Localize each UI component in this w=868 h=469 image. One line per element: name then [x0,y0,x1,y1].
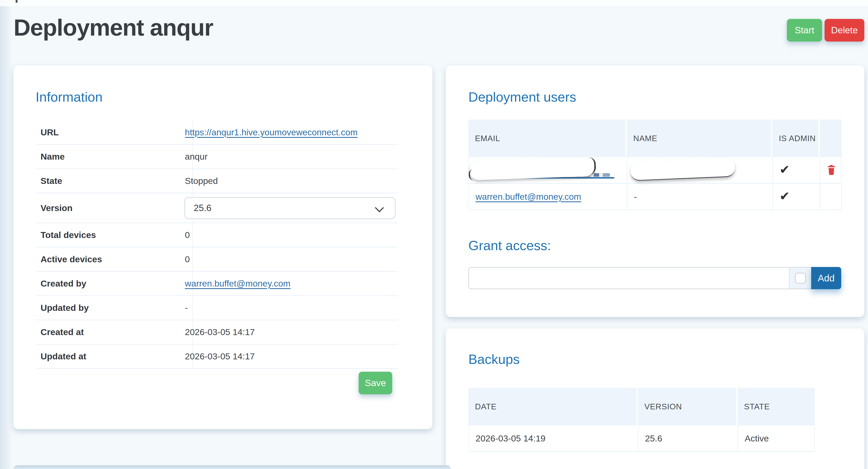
scribble-edge-stroke [587,157,596,175]
info-value-name: anqur [179,152,208,162]
cursor-artifact [16,0,18,3]
check-icon: ✔ [779,190,790,202]
users-table-header: EMAIL NAME IS ADMIN [468,120,842,157]
user-email-link[interactable]: warren.buffet@money.com [475,192,581,202]
grant-access-input-group: Add [468,267,841,289]
backups-card: Backups DATE VERSION STATE 2026-03-05 14… [446,329,864,469]
backup-date-cell: 2026-03-05 14:19 [469,425,639,451]
backups-table-row: 2026-03-05 14:19 25.6 Active [469,425,814,452]
users-table-row-redacted: ✔ [469,157,841,184]
backups-header-date: DATE [468,388,638,425]
grant-checkbox-segment [789,267,811,289]
users-header-actions [819,120,842,157]
info-label-total-devices: Total devices [36,230,179,240]
information-card: Information URL https://anqur1.hive.youm… [13,65,432,429]
grant-access-heading: Grant access: [468,238,551,253]
user-email-cell-redacted [469,157,627,183]
info-value-created-at: 2026-03-05 14:17 [179,327,255,337]
save-button[interactable]: Save [359,372,392,394]
deployment-users-card: Deployment users EMAIL NAME IS ADMIN [446,65,864,317]
chevron-down-icon [375,203,384,212]
users-table: EMAIL NAME IS ADMIN ✔ [468,120,842,210]
info-row-active-devices: Active devices 0 [36,247,398,272]
backups-heading: Backups [468,351,520,367]
name-redaction-scribble [630,157,735,181]
trash-icon [827,164,836,176]
page-title: Deployment anqur [13,14,213,41]
info-label-url: URL [36,127,179,137]
backup-state-cell: Active [738,425,815,451]
info-label-updated-by: Updated by [36,303,179,313]
backups-table-header: DATE VERSION STATE [468,388,815,425]
users-header-email: EMAIL [468,120,627,157]
users-header-name: NAME [627,120,772,157]
info-row-created-at: Created at 2026-03-05 14:17 [36,320,398,344]
info-row-updated-by: Updated by - [36,296,398,320]
start-button[interactable]: Start [787,19,822,41]
info-row-version: Version 25.6 [36,193,398,223]
email-redaction-scribble [470,157,595,180]
info-label-created-by: Created by [36,278,179,289]
info-row-created-by: Created by warren.buffet@money.com [36,272,398,296]
info-label-updated-at: Updated at [36,351,179,361]
backups-table: DATE VERSION STATE 2026-03-05 14:19 25.6… [468,388,815,452]
info-label-state: State [36,176,179,186]
user-name-cell: - [627,184,773,210]
version-selected-value: 25.6 [185,203,212,213]
user-actions-cell [820,157,842,183]
info-value-state: Stopped [179,176,218,186]
user-is-admin-cell: ✔ [773,184,820,210]
users-table-row: warren.buffet@money.com - ✔ [469,184,841,210]
grant-admin-checkbox[interactable] [795,273,806,283]
info-row-state: State Stopped [36,169,398,193]
scribble-edge-stroke-left [469,169,475,181]
deployment-url-link[interactable]: https://anqur1.hive.youmoveweconnect.com [185,127,358,137]
delete-user-button[interactable] [827,164,836,176]
user-name-cell-redacted [627,157,773,183]
check-icon: ✔ [779,163,790,176]
deployment-users-heading: Deployment users [468,89,576,105]
info-label-name: Name [36,152,179,162]
info-value-active-devices: 0 [179,254,190,264]
users-header-is-admin: IS ADMIN [772,120,819,157]
info-label-created-at: Created at [36,327,179,337]
info-value-total-devices: 0 [179,230,190,240]
user-actions-cell [820,184,842,210]
info-row-name: Name anqur [36,145,398,169]
backups-header-version: VERSION [638,388,738,425]
user-is-admin-cell: ✔ [773,157,820,183]
information-table: URL https://anqur1.hive.youmoveweconnect… [36,121,398,369]
info-label-active-devices: Active devices [36,254,179,264]
info-label-version: Version [36,203,179,213]
background-top-band [0,0,868,6]
info-value-updated-at: 2026-03-05 14:17 [179,351,255,361]
delete-button[interactable]: Delete [825,19,864,41]
add-button[interactable]: Add [811,267,841,289]
backup-version-cell: 25.6 [639,425,738,451]
info-row-total-devices: Total devices 0 [36,223,398,247]
backups-header-state: STATE [738,388,815,425]
info-value-updated-by: - [179,303,188,313]
created-by-link[interactable]: warren.buffet@money.com [185,278,290,289]
info-row-url: URL https://anqur1.hive.youmoveweconnect… [36,121,398,145]
background-left-gradient [0,0,12,469]
info-row-updated-at: Updated at 2026-03-05 14:17 [36,344,398,369]
grant-email-input[interactable] [468,267,789,289]
version-select[interactable]: 25.6 [184,197,396,219]
information-heading: Information [36,89,102,105]
next-card-top-edge [13,465,451,469]
